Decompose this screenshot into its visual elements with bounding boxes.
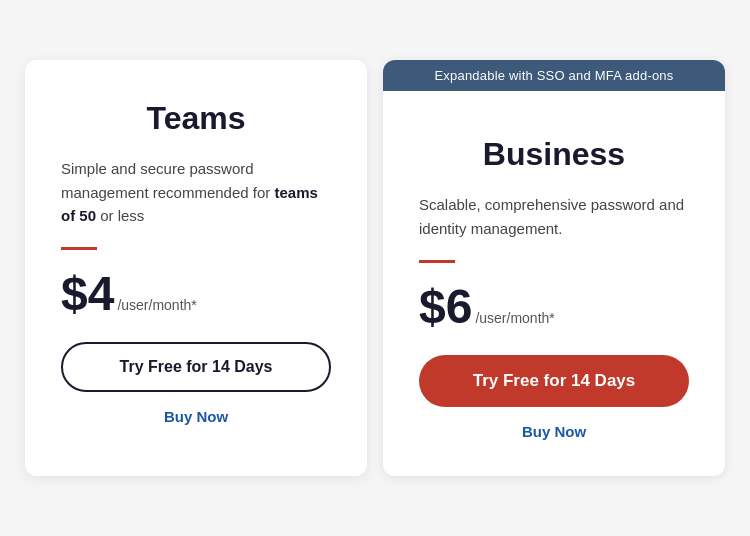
teams-description-part1: Simple and secure password management re… xyxy=(61,160,274,200)
business-card: Expandable with SSO and MFA add-ons Busi… xyxy=(383,60,725,476)
teams-title: Teams xyxy=(61,100,331,137)
teams-description: Simple and secure password management re… xyxy=(61,157,331,227)
business-badge: Expandable with SSO and MFA add-ons xyxy=(383,60,725,91)
teams-description-part2: or less xyxy=(96,207,144,224)
teams-price-unit: /user/month* xyxy=(117,297,196,313)
teams-trial-button[interactable]: Try Free for 14 Days xyxy=(61,342,331,392)
business-title: Business xyxy=(419,136,689,173)
teams-price-amount: $4 xyxy=(61,270,114,318)
teams-divider xyxy=(61,247,97,250)
pricing-container: Teams Simple and secure password managem… xyxy=(25,60,725,476)
business-price-row: $6 /user/month* xyxy=(419,283,689,331)
business-description: Scalable, comprehensive password and ide… xyxy=(419,193,689,240)
teams-card: Teams Simple and secure password managem… xyxy=(25,60,367,476)
business-divider xyxy=(419,260,455,263)
teams-buy-now[interactable]: Buy Now xyxy=(61,408,331,425)
business-trial-button[interactable]: Try Free for 14 Days xyxy=(419,355,689,407)
teams-price-row: $4 /user/month* xyxy=(61,270,331,318)
business-price-amount: $6 xyxy=(419,283,472,331)
business-buy-now[interactable]: Buy Now xyxy=(419,423,689,440)
business-price-unit: /user/month* xyxy=(475,310,554,326)
